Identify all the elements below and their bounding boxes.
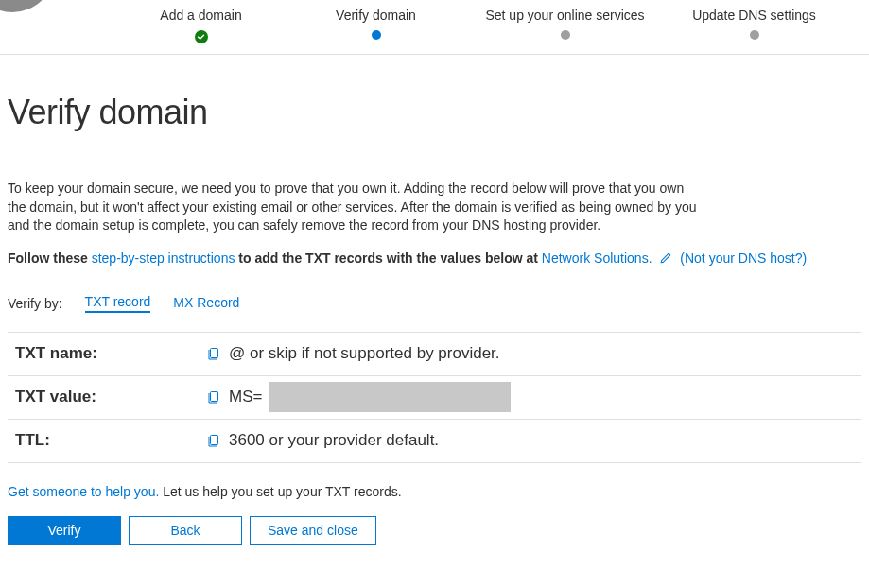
ttl-value: 3600 or your provider default. bbox=[229, 431, 439, 450]
step-by-step-link[interactable]: step-by-step instructions bbox=[92, 251, 235, 266]
wizard-stepper: Add a domain Verify domain Set up your o… bbox=[0, 0, 869, 55]
step-online-services: Set up your online services bbox=[463, 8, 667, 54]
save-and-close-button[interactable]: Save and close bbox=[250, 516, 376, 545]
step-verify-domain: Verify domain bbox=[288, 8, 463, 54]
copy-icon[interactable] bbox=[206, 433, 221, 448]
txt-name-row: TXT name: @ or skip if not supported by … bbox=[8, 333, 861, 376]
step-dot-future bbox=[750, 30, 759, 40]
follow-instructions-line: Follow these step-by-step instructions t… bbox=[8, 251, 861, 268]
step-dot-future bbox=[561, 30, 570, 40]
txt-value-label: TXT value: bbox=[8, 388, 206, 406]
step-label: Set up your online services bbox=[485, 8, 644, 23]
txt-value-prefix: MS= bbox=[229, 388, 262, 406]
checkmark-icon bbox=[195, 30, 208, 43]
ttl-label: TTL: bbox=[8, 431, 206, 450]
not-your-host-link[interactable]: (Not your DNS host?) bbox=[680, 251, 807, 266]
step-label: Verify domain bbox=[336, 8, 416, 23]
dns-records-table: TXT name: @ or skip if not supported by … bbox=[8, 332, 861, 463]
tab-txt-record[interactable]: TXT record bbox=[85, 294, 151, 313]
ttl-row: TTL: 3600 or your provider default. bbox=[8, 420, 861, 463]
svg-rect-2 bbox=[211, 436, 218, 445]
redacted-value bbox=[269, 382, 511, 412]
dns-provider-link[interactable]: Network Solutions. bbox=[542, 251, 652, 266]
step-dot-current bbox=[372, 30, 381, 40]
edit-icon[interactable] bbox=[659, 251, 672, 268]
get-help-link[interactable]: Get someone to help you. bbox=[8, 484, 159, 499]
txt-name-label: TXT name: bbox=[8, 344, 206, 363]
txt-name-value: @ or skip if not supported by provider. bbox=[229, 344, 500, 363]
page-description: To keep your domain secure, we need you … bbox=[8, 180, 698, 235]
svg-rect-0 bbox=[211, 349, 218, 358]
back-button[interactable]: Back bbox=[129, 516, 242, 545]
help-text: Let us help you set up your TXT records. bbox=[159, 484, 401, 499]
help-line: Get someone to help you. Let us help you… bbox=[8, 484, 861, 499]
follow-prefix: Follow these bbox=[8, 251, 92, 266]
step-label: Add a domain bbox=[160, 8, 241, 23]
step-label: Update DNS settings bbox=[692, 8, 816, 23]
copy-icon[interactable] bbox=[206, 389, 221, 405]
verify-button[interactable]: Verify bbox=[8, 516, 121, 545]
follow-mid: to add the TXT records with the values b… bbox=[235, 251, 541, 266]
svg-rect-1 bbox=[211, 392, 218, 402]
step-add-domain: Add a domain bbox=[113, 8, 288, 54]
page-title: Verify domain bbox=[8, 93, 861, 132]
copy-icon[interactable] bbox=[206, 346, 221, 361]
verify-by-label: Verify by: bbox=[8, 296, 62, 311]
txt-value-row: TXT value: MS= bbox=[8, 376, 861, 420]
tab-mx-record[interactable]: MX Record bbox=[173, 295, 239, 312]
step-update-dns: Update DNS settings bbox=[667, 8, 842, 54]
